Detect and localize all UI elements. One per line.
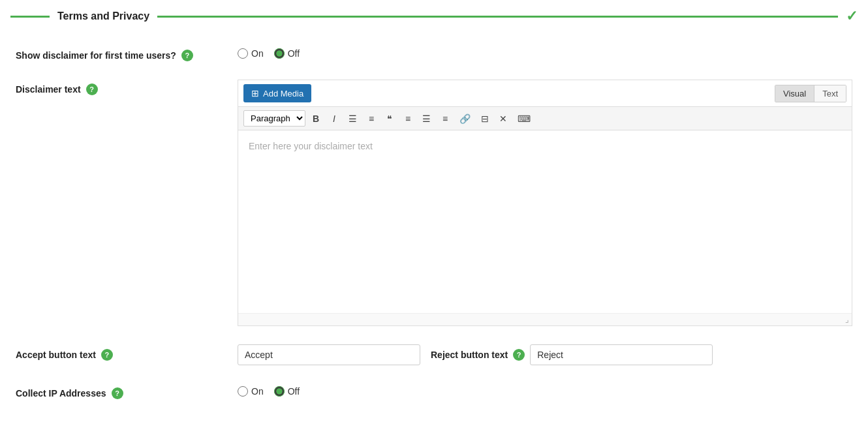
link-button[interactable]: 🔗 (456, 112, 474, 126)
accept-reject-row: Accept button text ? Reject button text … (16, 344, 852, 365)
disclaimer-toggle-controls: On Off (238, 46, 852, 59)
collect-ip-radio-group: On Off (238, 384, 852, 397)
more-toolbar-1-button[interactable]: ⊟ (477, 112, 493, 126)
align-right-button[interactable]: ≡ (437, 112, 453, 126)
section-header: Terms and Privacy ✓ (0, 0, 868, 33)
italic-button[interactable]: I (326, 112, 342, 126)
editor-placeholder: Enter here your disclaimer text (249, 141, 373, 151)
ul-icon: ☰ (349, 113, 357, 124)
unordered-list-button[interactable]: ☰ (345, 112, 361, 126)
header-check-icon: ✓ (846, 8, 858, 25)
view-text-button[interactable]: Text (814, 85, 846, 102)
reject-button-label: Reject button text (431, 350, 508, 360)
disclaimer-text-label-col: Disclaimer text ? (16, 80, 238, 95)
collect-ip-on-label: On (251, 386, 264, 397)
disclaimer-editor-col: ⊞ Add Media Visual Text Paragraph (238, 80, 852, 326)
collect-ip-off-label: Off (288, 386, 300, 397)
more-1-icon: ⊟ (481, 113, 489, 124)
disclaimer-toggle-radio-group: On Off (238, 46, 852, 59)
disclaimer-toggle-label-col: Show disclaimer for first time users? ? (16, 46, 238, 61)
collect-ip-help-icon[interactable]: ? (112, 387, 123, 399)
bold-button[interactable]: B (308, 112, 324, 126)
disclaimer-text-row: Disclaimer text ? ⊞ Add Media Visual Tex… (16, 80, 852, 326)
more-toolbar-2-button[interactable]: ✕ (495, 112, 511, 126)
keyboard-button[interactable]: ⌨ (514, 112, 535, 126)
disclaimer-toggle-label: Show disclaimer for first time users? (16, 50, 176, 61)
collect-ip-off-option[interactable]: Off (274, 386, 300, 397)
editor-resize-handle: ⌟ (238, 313, 852, 325)
bold-icon: B (313, 113, 319, 124)
ordered-list-button[interactable]: ≡ (364, 112, 379, 126)
add-media-button[interactable]: ⊞ Add Media (243, 84, 311, 102)
add-media-icon: ⊞ (251, 88, 259, 98)
collect-ip-on-radio[interactable] (238, 386, 248, 397)
editor-toolbar: Paragraph B I ☰ ≡ ❝ ≡ ☰ ≡ 🔗 ⊟ ✕ ⌨ (238, 106, 852, 130)
disclaimer-toggle-row: Show disclaimer for first time users? ? … (16, 46, 852, 61)
content-area: Show disclaimer for first time users? ? … (0, 33, 868, 430)
reject-button-help-icon[interactable]: ? (513, 349, 525, 361)
align-center-button[interactable]: ☰ (418, 112, 435, 126)
align-center-icon: ☰ (422, 113, 431, 124)
reject-button-input[interactable] (530, 344, 713, 365)
page-container: Terms and Privacy ✓ Show disclaimer for … (0, 0, 868, 437)
disclaimer-toggle-on-option[interactable]: On (238, 48, 264, 59)
align-left-button[interactable]: ≡ (400, 112, 416, 126)
editor-top-bar: ⊞ Add Media Visual Text (238, 80, 852, 102)
view-visual-button[interactable]: Visual (775, 85, 814, 102)
disclaimer-toggle-on-label: On (251, 48, 264, 59)
collect-ip-label: Collect IP Addresses (16, 388, 106, 399)
add-media-label: Add Media (263, 89, 303, 98)
collect-ip-on-option[interactable]: On (238, 386, 264, 397)
ol-icon: ≡ (369, 113, 374, 124)
disclaimer-toggle-off-radio[interactable] (274, 48, 285, 59)
disclaimer-toggle-on-radio[interactable] (238, 48, 248, 59)
more-2-icon: ✕ (499, 113, 507, 124)
disclaimer-toggle-off-label: Off (288, 48, 300, 59)
blockquote-button[interactable]: ❝ (382, 112, 397, 126)
disclaimer-toggle-off-option[interactable]: Off (274, 48, 300, 59)
accept-label-col: Accept button text ? (16, 349, 238, 361)
view-toggle: Visual Text (775, 85, 846, 102)
italic-icon: I (333, 113, 335, 124)
section-title: Terms and Privacy (57, 10, 149, 22)
collect-ip-label-col: Collect IP Addresses ? (16, 384, 238, 399)
collect-ip-off-radio[interactable] (274, 386, 285, 397)
header-line-left (10, 16, 50, 18)
blockquote-icon: ❝ (387, 113, 392, 124)
collect-ip-row: Collect IP Addresses ? On Off (16, 384, 852, 399)
accept-button-input[interactable] (238, 344, 420, 365)
header-line-right (157, 16, 838, 18)
accept-field-wrap: Reject button text ? (238, 344, 852, 365)
accept-button-help-icon[interactable]: ? (101, 349, 113, 361)
editor-body[interactable]: Enter here your disclaimer text (238, 130, 852, 313)
align-left-icon: ≡ (405, 113, 411, 124)
disclaimer-text-help-icon[interactable]: ? (86, 83, 98, 95)
keyboard-icon: ⌨ (518, 113, 531, 124)
link-icon: 🔗 (459, 113, 471, 124)
collect-ip-controls: On Off (238, 384, 852, 397)
paragraph-select[interactable]: Paragraph (243, 110, 305, 127)
disclaimer-toggle-help-icon[interactable]: ? (181, 50, 193, 61)
align-right-icon: ≡ (442, 113, 448, 124)
reject-field-group: Reject button text ? (431, 344, 713, 365)
accept-button-label: Accept button text (16, 350, 96, 360)
disclaimer-text-label: Disclaimer text (16, 84, 81, 95)
resize-icon: ⌟ (845, 315, 849, 324)
editor-wrapper: ⊞ Add Media Visual Text Paragraph (238, 80, 852, 326)
